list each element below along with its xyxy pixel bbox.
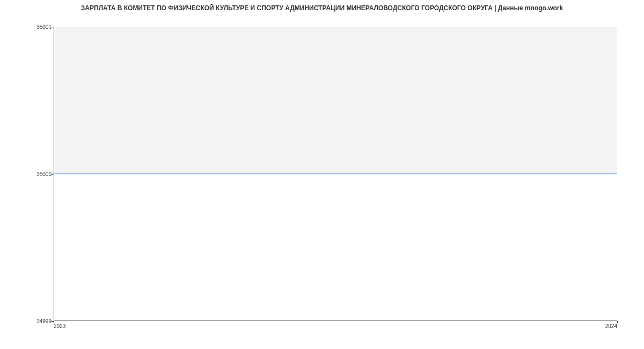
y-tick-mark bbox=[52, 27, 54, 27]
y-tick-mark bbox=[52, 174, 54, 174]
x-axis-tick-label: 2023 bbox=[54, 323, 65, 329]
data-line bbox=[54, 173, 617, 174]
plot-bg-lower bbox=[54, 174, 617, 321]
x-tick-mark bbox=[617, 321, 618, 323]
plot-area bbox=[54, 27, 617, 321]
x-axis-tick-label: 2024 bbox=[605, 323, 617, 329]
y-axis-tick-label: 35000 bbox=[36, 171, 52, 177]
chart-title: ЗАРПЛАТА В КОМИТЕТ ПО ФИЗИЧЕСКОЙ КУЛЬТУР… bbox=[0, 4, 644, 12]
y-axis-tick-label: 34999 bbox=[36, 318, 52, 324]
plot-bg-upper bbox=[54, 27, 617, 174]
y-axis-tick-label: 35001 bbox=[36, 24, 52, 30]
